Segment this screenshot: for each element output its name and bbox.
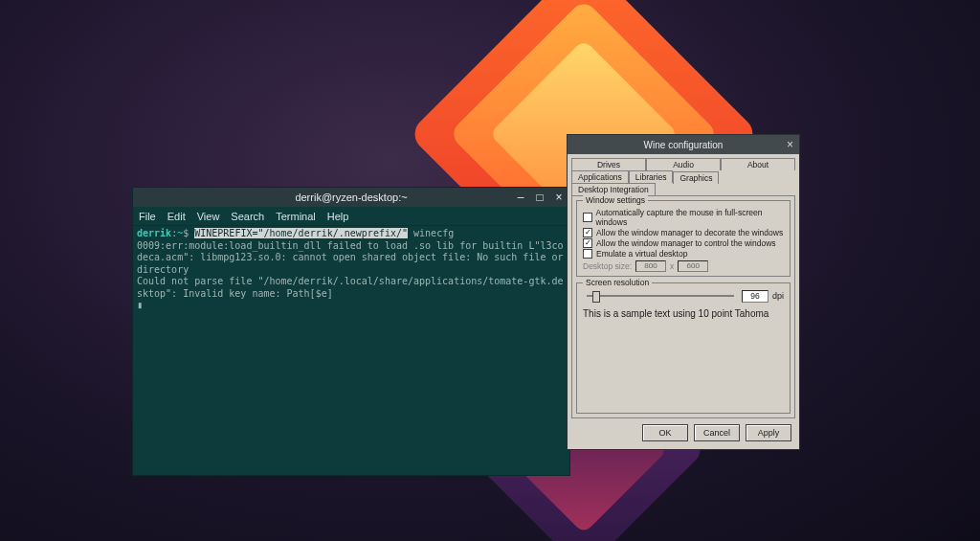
group-window-legend: Window settings bbox=[583, 195, 648, 205]
terminal-window: derrik@ryzen-desktop:~ – □ × File Edit V… bbox=[132, 187, 570, 476]
terminal-body[interactable]: derrik:~$ WINEPREFIX="/home/derrik/.newp… bbox=[133, 226, 569, 475]
wine-config-dialog: Wine configuration × Drives Audio About … bbox=[567, 134, 800, 450]
group-screen-resolution: Screen resolution 96 dpi This is a sampl… bbox=[576, 282, 791, 414]
terminal-titlebar[interactable]: derrik@ryzen-desktop:~ – □ × bbox=[133, 188, 569, 207]
tab-libraries[interactable]: Libraries bbox=[629, 170, 674, 183]
terminal-menubar: File Edit View Search Terminal Help bbox=[133, 207, 569, 226]
label-control: Allow the window manager to control the … bbox=[596, 238, 776, 248]
menu-view[interactable]: View bbox=[197, 211, 220, 222]
checkbox-decorate[interactable] bbox=[583, 228, 592, 237]
tabs-row-1: Drives Audio About bbox=[571, 158, 795, 170]
dpi-value-input[interactable]: 96 bbox=[742, 290, 768, 303]
desktop-x: x bbox=[670, 261, 674, 271]
ok-button[interactable]: OK bbox=[642, 424, 688, 441]
slider-thumb-icon[interactable] bbox=[592, 291, 600, 303]
menu-file[interactable]: File bbox=[139, 211, 156, 222]
sample-text: This is a sample text using 10 point Tah… bbox=[583, 308, 784, 319]
tab-desktop-integration[interactable]: Desktop Integration bbox=[571, 183, 656, 195]
label-virtual-desktop: Emulate a virtual desktop bbox=[596, 249, 687, 259]
checkbox-auto-capture[interactable] bbox=[583, 213, 592, 222]
checkbox-control[interactable] bbox=[583, 238, 592, 248]
dpi-slider[interactable] bbox=[587, 289, 734, 303]
group-res-legend: Screen resolution bbox=[583, 278, 652, 287]
prompt-user: derrik bbox=[137, 228, 171, 238]
wine-title: Wine configuration bbox=[644, 140, 724, 150]
term-line-0: 0009:err:module:load_builtin_dll failed … bbox=[137, 240, 569, 275]
close-icon[interactable]: × bbox=[787, 138, 793, 151]
tab-panel-graphics: Window settings Automatically capture th… bbox=[571, 195, 795, 418]
desktop-width-input: 800 bbox=[635, 260, 666, 272]
close-button[interactable]: × bbox=[552, 192, 566, 203]
wine-titlebar[interactable]: Wine configuration × bbox=[568, 135, 799, 154]
cmd: winecfg bbox=[413, 228, 454, 238]
menu-help[interactable]: Help bbox=[327, 211, 349, 222]
apply-button[interactable]: Apply bbox=[746, 424, 791, 441]
tab-graphics[interactable]: Graphics bbox=[673, 171, 719, 184]
tab-audio[interactable]: Audio bbox=[646, 158, 721, 170]
tab-applications[interactable]: Applications bbox=[571, 170, 629, 183]
group-window-settings: Window settings Automatically capture th… bbox=[576, 200, 791, 277]
menu-search[interactable]: Search bbox=[231, 211, 264, 222]
label-decorate: Allow the window manager to decorate the… bbox=[596, 228, 783, 237]
minimize-button[interactable]: – bbox=[514, 192, 527, 203]
label-auto-capture: Automatically capture the mouse in full-… bbox=[596, 208, 784, 227]
desktop-size-label: Desktop size: bbox=[583, 261, 632, 271]
desktop-height-input: 600 bbox=[678, 260, 708, 272]
prompt-end: $ bbox=[183, 228, 189, 238]
checkbox-virtual-desktop[interactable] bbox=[583, 249, 592, 259]
tabs-row-2: Applications Libraries Graphics Desktop … bbox=[571, 170, 795, 195]
menu-edit[interactable]: Edit bbox=[167, 211, 186, 222]
terminal-title: derrik@ryzen-desktop:~ bbox=[295, 192, 407, 203]
tab-about[interactable]: About bbox=[721, 158, 795, 170]
cmd-prefix: WINEPREFIX="/home/derrik/.newprefix/" bbox=[194, 228, 408, 238]
menu-terminal[interactable]: Terminal bbox=[276, 211, 316, 222]
dpi-label: dpi bbox=[772, 291, 784, 301]
maximize-button[interactable]: □ bbox=[533, 192, 546, 203]
cursor-icon: ▮ bbox=[137, 300, 143, 310]
tab-drives[interactable]: Drives bbox=[571, 158, 646, 170]
term-line-1: Could not parse file "/home/derrik/.loca… bbox=[137, 276, 564, 299]
cancel-button[interactable]: Cancel bbox=[694, 424, 740, 441]
